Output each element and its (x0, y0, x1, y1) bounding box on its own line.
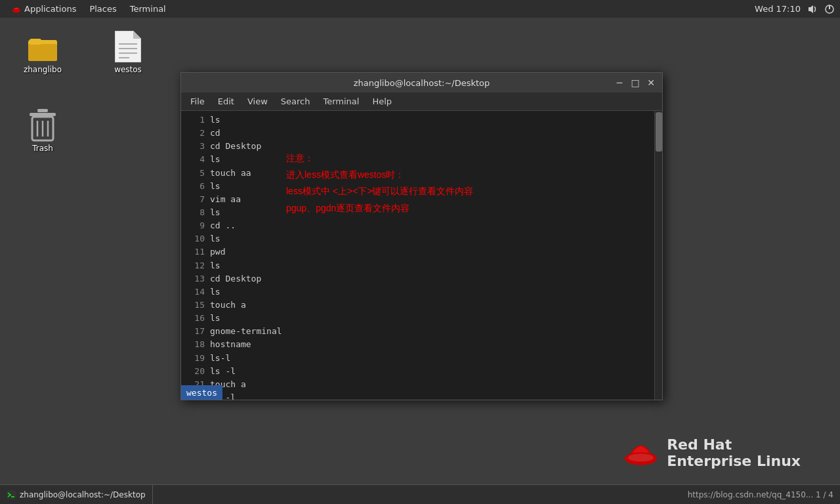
terminal-window-title: zhanglibo@localhost:~/Desktop (354, 78, 490, 88)
taskbar-terminal-label: zhanglibo@localhost:~/Desktop (20, 490, 146, 499)
terminal-menubar: File Edit View Search Terminal Help (181, 93, 662, 111)
redhat-line2: Enterprise Linux (667, 453, 801, 469)
places-label: Places (89, 4, 116, 14)
table-row: 19ls-l (186, 352, 649, 365)
terminal-body: 1ls2cd3cd Desktop4ls5touch aa6ls7vim aa8… (181, 111, 662, 400)
topbar: Applications Places Terminal Wed 17:10 (0, 0, 840, 18)
table-row: 18hostname (186, 338, 649, 351)
folder-label: zhanglibo (24, 65, 62, 74)
maximize-button[interactable]: □ (629, 77, 641, 89)
redhat-text: Red Hat Enterprise Linux (667, 437, 801, 469)
terminal-note: 注意： 进入less模式查看westos时： less模式中 <上><下>键可以… (286, 150, 474, 217)
table-row: 20ls -l (186, 365, 649, 378)
topbar-places[interactable]: Places (83, 0, 123, 18)
table-row: 22ls -l (186, 391, 649, 400)
scrollbar-thumb[interactable] (656, 112, 662, 152)
table-row: 11pwd (186, 245, 649, 259)
table-row: 14ls (186, 285, 649, 299)
status-bar: westos (181, 385, 222, 400)
table-row: 10ls (186, 232, 649, 245)
menu-edit[interactable]: Edit (211, 94, 241, 108)
table-row: 21touch a (186, 378, 649, 391)
window-buttons: ─ □ ✕ (611, 77, 657, 89)
terminal-label: Terminal (130, 4, 166, 14)
minimize-button[interactable]: ─ (614, 77, 625, 89)
svg-rect-15 (30, 113, 56, 116)
terminal-scrollbar[interactable] (654, 111, 662, 400)
topbar-terminal[interactable]: Terminal (123, 0, 173, 18)
terminal-titlebar: zhanglibo@localhost:~/Desktop ─ □ ✕ (181, 73, 662, 93)
menu-view[interactable]: View (241, 94, 274, 108)
taskbar-terminal-icon (7, 490, 16, 499)
desktop-icon-zhanglibo[interactable]: zhanglibo (16, 31, 69, 74)
table-row: 12ls (186, 259, 649, 272)
topbar-applications[interactable]: Applications (5, 0, 83, 18)
table-row: 15touch a (186, 299, 649, 312)
taskbar: zhanglibo@localhost:~/Desktop https://bl… (0, 484, 840, 504)
svg-point-23 (628, 453, 654, 461)
trash-icon (27, 108, 58, 143)
document-label: westos (114, 65, 142, 74)
taskbar-right: https://blog.csdn.net/qq_4150... 1 / 4 (681, 490, 840, 499)
redhat-line1: Red Hat (667, 437, 801, 453)
topbar-left: Applications Places Terminal (5, 0, 173, 18)
table-row: 16ls (186, 312, 649, 325)
terminal-window: zhanglibo@localhost:~/Desktop ─ □ ✕ File… (180, 72, 663, 400)
redhat-hat-svg (623, 435, 659, 471)
redhat-icon (12, 5, 21, 14)
desktop-icon-trash[interactable]: Trash (16, 110, 69, 153)
document-icon (115, 31, 141, 62)
svg-rect-6 (28, 44, 57, 61)
svg-rect-14 (37, 109, 48, 112)
menu-terminal[interactable]: Terminal (316, 94, 366, 108)
menu-help[interactable]: Help (366, 94, 398, 108)
svg-rect-7 (30, 39, 41, 45)
redhat-logo: Red Hat Enterprise Linux (623, 435, 801, 471)
clock: Wed 17:10 (755, 4, 801, 14)
taskbar-terminal-item[interactable]: zhanglibo@localhost:~/Desktop (0, 485, 153, 505)
table-row: 1ls (186, 114, 649, 127)
close-button[interactable]: ✕ (645, 77, 657, 89)
desktop-icon-westos[interactable]: westos (102, 31, 154, 74)
applications-label: Applications (24, 4, 76, 14)
volume-icon[interactable] (807, 4, 818, 14)
svg-marker-1 (808, 5, 813, 13)
menu-file[interactable]: File (184, 94, 211, 108)
folder-icon (27, 31, 58, 62)
status-bar-text: westos (186, 388, 217, 398)
table-row: 13cd Desktop (186, 272, 649, 285)
table-row: 9cd .. (186, 219, 649, 232)
desktop: zhanglibo westos (0, 18, 840, 504)
table-row: 2cd (186, 127, 649, 140)
trash-label: Trash (32, 144, 53, 153)
table-row: 17gnome-terminal (186, 325, 649, 338)
taskbar-url: https://blog.csdn.net/qq_4150... 1 / 4 (688, 490, 833, 499)
menu-search[interactable]: Search (274, 94, 317, 108)
power-icon[interactable] (824, 4, 835, 14)
topbar-right: Wed 17:10 (755, 4, 835, 14)
